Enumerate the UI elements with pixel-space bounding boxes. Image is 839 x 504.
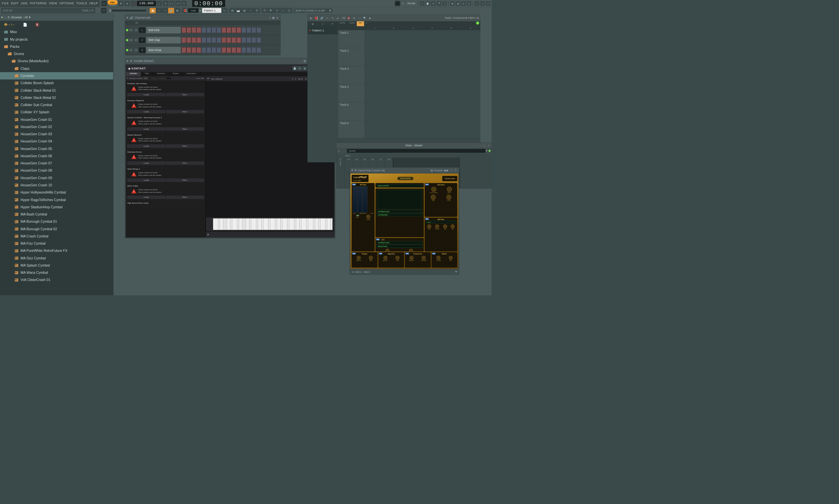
tree-folder-drums-modeaudio[interactable]: Drums (ModeAudio) <box>0 58 113 65</box>
pl-picker-auto-icon[interactable]: ✎ <box>332 23 333 25</box>
step-button[interactable] <box>191 37 196 43</box>
step-button[interactable] <box>182 27 186 33</box>
audio-settings-button[interactable]: 🎤 <box>436 1 441 6</box>
menu-add[interactable]: ADD <box>20 1 29 5</box>
pl-mute-tool-icon[interactable]: 🔇 <box>346 16 351 20</box>
track-lane[interactable] <box>365 30 480 48</box>
step-button[interactable] <box>232 47 236 53</box>
step-button[interactable] <box>196 27 201 33</box>
about-button[interactable]: ? <box>442 1 447 6</box>
pl-menu-icon[interactable]: ▶ <box>309 16 313 20</box>
tempo-tap-button[interactable]: ⚑ <box>268 8 274 13</box>
step-button[interactable] <box>182 47 186 53</box>
track-label[interactable]: Track 5 <box>338 102 365 120</box>
step-button[interactable] <box>207 27 211 33</box>
tree-folder-misc[interactable]: Misc <box>0 29 113 36</box>
kt-library-entry[interactable]: Evolution Jazz ArchtopLibrary content no… <box>126 80 206 97</box>
track-label[interactable]: Track 4 <box>338 84 365 102</box>
countdown-button[interactable]: ⏲ <box>163 1 168 6</box>
track-label[interactable]: Track 3 <box>338 66 365 84</box>
tree-folder-packs[interactable]: Packs <box>0 43 113 50</box>
kt-hide-button[interactable]: Hide ▾ <box>166 127 204 130</box>
pl-zoom-icon[interactable]: 🔍 <box>363 16 367 20</box>
channel-rack-window[interactable]: 🔊 Channel rack ⫴ ▦ ✕ All 1808 Kick2808 C… <box>125 15 281 55</box>
mx-slot-led[interactable] <box>489 150 491 152</box>
pt-tab-note[interactable]: NOTE <box>338 21 347 26</box>
channel-route-num[interactable]: 2 <box>139 37 145 42</box>
cp-mmf-res-knob[interactable] <box>443 224 447 229</box>
camelphat-window[interactable]: ⚙ Camel Phat 3 (Insert 38) ▤ Presets ◀ ▶… <box>350 167 459 275</box>
cp-flanger-amount-knob[interactable] <box>357 256 361 260</box>
tree-file[interactable]: Hyper HollywoodHills Cymbal <box>0 189 113 196</box>
camel-presets-label[interactable]: Presets <box>434 169 443 172</box>
step-button[interactable] <box>256 27 261 33</box>
tree-file[interactable]: MA Waca Cymbal <box>0 269 113 276</box>
kt-kb1[interactable]: 09-16 <box>298 78 303 79</box>
kt-search-input[interactable]: ⌕ Library or Company <box>149 77 171 79</box>
channel-row[interactable]: 2808 Clap <box>125 35 280 45</box>
close-windows-button[interactable]: ✕ <box>274 8 280 13</box>
kt-kb-mod[interactable] <box>207 218 212 231</box>
step-button[interactable] <box>236 27 241 33</box>
kt-hide-button[interactable]: Hide ▾ <box>166 93 204 96</box>
step-button[interactable] <box>217 37 221 43</box>
channel-pan-knob[interactable] <box>129 28 133 32</box>
channel-name-button[interactable]: 808 Kick <box>146 27 181 33</box>
minimize-icon[interactable]: — <box>475 1 479 6</box>
cp-bitcrusher-knob[interactable] <box>431 187 436 192</box>
snap-panel-button[interactable]: ▦ <box>150 8 156 13</box>
cp-flanger-rate-knob[interactable] <box>369 256 373 260</box>
tree-file[interactable]: MA Splash Cymbal <box>0 262 113 269</box>
track-label[interactable]: Track 6 <box>338 120 365 138</box>
menu-file[interactable]: FILE <box>1 1 10 5</box>
pl-slip-icon[interactable]: ⇄ <box>352 16 356 20</box>
kt-sub-ctx-icon[interactable]: ☰ <box>127 77 129 79</box>
kt-inst-nav[interactable]: Instr. Nav. <box>197 77 204 79</box>
kt-tab-expert[interactable]: Expert <box>169 72 183 76</box>
overdub-button[interactable]: ▭+ <box>175 1 180 6</box>
browser-mute-icon[interactable]: 🔇 <box>35 23 39 27</box>
render-button[interactable]: ⚙ <box>431 1 435 6</box>
cr-menu-icon[interactable] <box>127 17 128 19</box>
pl-erase-icon[interactable]: ⌫ <box>341 16 346 20</box>
camel-out-route-icon[interactable]: ↝ <box>352 270 354 273</box>
step-button[interactable] <box>252 47 256 53</box>
tree-file[interactable]: HouseGen Crash 08 <box>0 167 113 174</box>
pl-play-icon[interactable]: ▶ <box>368 16 373 20</box>
cp-flanger-on[interactable]: ON <box>352 253 356 254</box>
view-channels-button[interactable]: ▥ <box>241 8 247 13</box>
step-button[interactable] <box>242 27 246 33</box>
mx-none-slot[interactable]: (none) <box>347 149 485 153</box>
step-button[interactable] <box>256 47 261 53</box>
export-icon[interactable]: ▦ <box>456 1 460 6</box>
cp-mmf-mix-knob[interactable] <box>451 224 455 229</box>
news-panel[interactable]: 05:05 FL STUDIO 11 vs 20? <box>294 8 332 13</box>
master-pitch-slider[interactable] <box>108 10 146 12</box>
menu-view[interactable]: VIEW <box>48 1 58 5</box>
kontakt-window[interactable]: ⚙ Kontakt (Master) ▤ Presets ◀ ▶ — ✕ ◉ K… <box>125 58 336 238</box>
master-volume-knob[interactable]: ◯ <box>101 8 106 13</box>
pl-pencil-icon[interactable]: ✎ <box>330 16 335 20</box>
tree-file[interactable]: MA Bash Cymbal <box>0 211 113 218</box>
tree-file[interactable]: MA Borough Cymbal 01 <box>0 218 113 225</box>
tree-file[interactable]: MA Borough Cymbal 02 <box>0 225 113 233</box>
cr-graph-icon[interactable]: ⫴ <box>270 16 271 19</box>
tree-file[interactable]: Collider Boom Splash <box>0 79 113 87</box>
cp-xcita-knob[interactable] <box>446 195 451 200</box>
browser-collapse-icon[interactable]: �→⁞← <box>4 23 15 27</box>
cp-master-mix-knob[interactable] <box>449 256 453 260</box>
cp-mod-x[interactable]: mmFilterCutoff <box>377 210 423 213</box>
camel-min-icon[interactable]: — <box>450 169 453 172</box>
pt-tab-1[interactable]: 1 <box>364 21 370 26</box>
step-button[interactable] <box>211 27 216 33</box>
step-button[interactable] <box>207 37 211 43</box>
cp-xy-display[interactable] <box>377 190 422 209</box>
tree-file[interactable]: Volt CleanCrash 01 <box>0 276 113 284</box>
camel-panel-icon[interactable]: ▤ <box>430 169 433 172</box>
step-button[interactable] <box>191 47 196 53</box>
channel-mute-led[interactable] <box>126 39 128 41</box>
channel-vol-knob[interactable] <box>134 48 138 52</box>
camel-prev-icon[interactable]: ◀ <box>444 169 446 172</box>
tree-file[interactable]: MA PureWhite RetroFuture FX <box>0 247 113 254</box>
kt-new-default[interactable]: New (default) <box>211 78 222 79</box>
